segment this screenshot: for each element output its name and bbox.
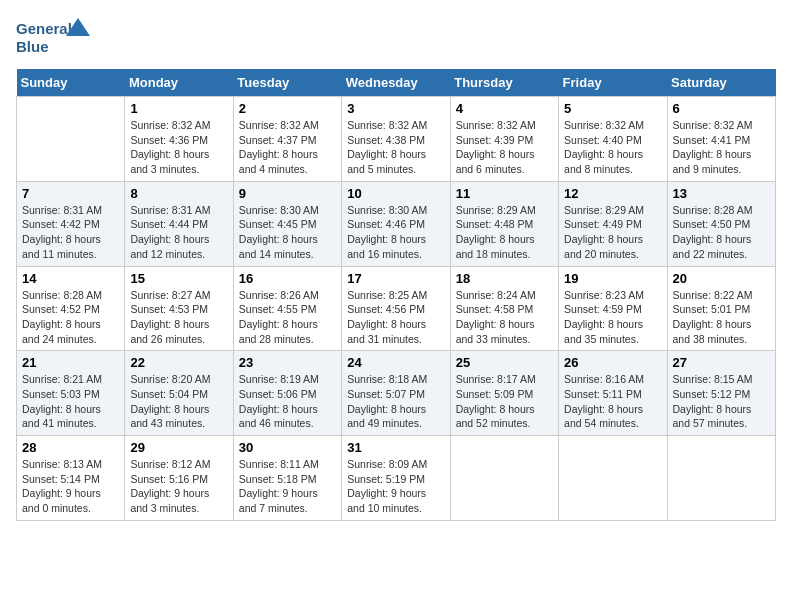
day-info: Sunrise: 8:18 AM Sunset: 5:07 PM Dayligh… [347, 372, 444, 431]
day-number: 25 [456, 355, 553, 370]
calendar-cell: 6Sunrise: 8:32 AM Sunset: 4:41 PM Daylig… [667, 97, 775, 182]
day-info: Sunrise: 8:30 AM Sunset: 4:45 PM Dayligh… [239, 203, 336, 262]
col-header-tuesday: Tuesday [233, 69, 341, 97]
day-info: Sunrise: 8:28 AM Sunset: 4:52 PM Dayligh… [22, 288, 119, 347]
day-info: Sunrise: 8:32 AM Sunset: 4:40 PM Dayligh… [564, 118, 661, 177]
calendar-cell: 7Sunrise: 8:31 AM Sunset: 4:42 PM Daylig… [17, 181, 125, 266]
day-number: 19 [564, 271, 661, 286]
day-number: 16 [239, 271, 336, 286]
calendar-week-3: 14Sunrise: 8:28 AM Sunset: 4:52 PM Dayli… [17, 266, 776, 351]
calendar-cell: 31Sunrise: 8:09 AM Sunset: 5:19 PM Dayli… [342, 436, 450, 521]
day-info: Sunrise: 8:27 AM Sunset: 4:53 PM Dayligh… [130, 288, 227, 347]
calendar-week-2: 7Sunrise: 8:31 AM Sunset: 4:42 PM Daylig… [17, 181, 776, 266]
calendar-cell: 24Sunrise: 8:18 AM Sunset: 5:07 PM Dayli… [342, 351, 450, 436]
calendar-cell: 10Sunrise: 8:30 AM Sunset: 4:46 PM Dayli… [342, 181, 450, 266]
day-info: Sunrise: 8:16 AM Sunset: 5:11 PM Dayligh… [564, 372, 661, 431]
day-number: 12 [564, 186, 661, 201]
calendar-cell: 4Sunrise: 8:32 AM Sunset: 4:39 PM Daylig… [450, 97, 558, 182]
day-number: 14 [22, 271, 119, 286]
calendar-cell: 5Sunrise: 8:32 AM Sunset: 4:40 PM Daylig… [559, 97, 667, 182]
calendar-week-4: 21Sunrise: 8:21 AM Sunset: 5:03 PM Dayli… [17, 351, 776, 436]
day-number: 24 [347, 355, 444, 370]
day-number: 11 [456, 186, 553, 201]
calendar-cell [450, 436, 558, 521]
logo: General Blue [16, 16, 96, 61]
calendar-cell [667, 436, 775, 521]
day-number: 1 [130, 101, 227, 116]
day-info: Sunrise: 8:30 AM Sunset: 4:46 PM Dayligh… [347, 203, 444, 262]
day-number: 23 [239, 355, 336, 370]
day-number: 20 [673, 271, 770, 286]
calendar-cell: 27Sunrise: 8:15 AM Sunset: 5:12 PM Dayli… [667, 351, 775, 436]
calendar-cell: 15Sunrise: 8:27 AM Sunset: 4:53 PM Dayli… [125, 266, 233, 351]
day-info: Sunrise: 8:32 AM Sunset: 4:39 PM Dayligh… [456, 118, 553, 177]
logo-svg: General Blue [16, 16, 96, 61]
day-info: Sunrise: 8:32 AM Sunset: 4:38 PM Dayligh… [347, 118, 444, 177]
calendar-cell: 19Sunrise: 8:23 AM Sunset: 4:59 PM Dayli… [559, 266, 667, 351]
calendar-cell: 16Sunrise: 8:26 AM Sunset: 4:55 PM Dayli… [233, 266, 341, 351]
day-number: 29 [130, 440, 227, 455]
calendar-cell: 30Sunrise: 8:11 AM Sunset: 5:18 PM Dayli… [233, 436, 341, 521]
day-number: 28 [22, 440, 119, 455]
day-info: Sunrise: 8:29 AM Sunset: 4:49 PM Dayligh… [564, 203, 661, 262]
calendar-cell: 26Sunrise: 8:16 AM Sunset: 5:11 PM Dayli… [559, 351, 667, 436]
day-number: 26 [564, 355, 661, 370]
day-number: 2 [239, 101, 336, 116]
day-info: Sunrise: 8:13 AM Sunset: 5:14 PM Dayligh… [22, 457, 119, 516]
calendar-cell: 18Sunrise: 8:24 AM Sunset: 4:58 PM Dayli… [450, 266, 558, 351]
day-info: Sunrise: 8:11 AM Sunset: 5:18 PM Dayligh… [239, 457, 336, 516]
day-number: 9 [239, 186, 336, 201]
calendar-cell: 23Sunrise: 8:19 AM Sunset: 5:06 PM Dayli… [233, 351, 341, 436]
calendar-cell: 21Sunrise: 8:21 AM Sunset: 5:03 PM Dayli… [17, 351, 125, 436]
day-info: Sunrise: 8:19 AM Sunset: 5:06 PM Dayligh… [239, 372, 336, 431]
day-number: 8 [130, 186, 227, 201]
col-header-saturday: Saturday [667, 69, 775, 97]
calendar-cell [559, 436, 667, 521]
day-number: 10 [347, 186, 444, 201]
day-info: Sunrise: 8:31 AM Sunset: 4:42 PM Dayligh… [22, 203, 119, 262]
day-number: 30 [239, 440, 336, 455]
calendar-table: SundayMondayTuesdayWednesdayThursdayFrid… [16, 69, 776, 521]
day-number: 13 [673, 186, 770, 201]
calendar-cell: 12Sunrise: 8:29 AM Sunset: 4:49 PM Dayli… [559, 181, 667, 266]
page-header: General Blue [16, 16, 776, 61]
day-info: Sunrise: 8:23 AM Sunset: 4:59 PM Dayligh… [564, 288, 661, 347]
day-info: Sunrise: 8:15 AM Sunset: 5:12 PM Dayligh… [673, 372, 770, 431]
col-header-monday: Monday [125, 69, 233, 97]
day-info: Sunrise: 8:32 AM Sunset: 4:36 PM Dayligh… [130, 118, 227, 177]
calendar-cell: 14Sunrise: 8:28 AM Sunset: 4:52 PM Dayli… [17, 266, 125, 351]
calendar-cell: 11Sunrise: 8:29 AM Sunset: 4:48 PM Dayli… [450, 181, 558, 266]
day-info: Sunrise: 8:25 AM Sunset: 4:56 PM Dayligh… [347, 288, 444, 347]
day-number: 7 [22, 186, 119, 201]
col-header-sunday: Sunday [17, 69, 125, 97]
day-info: Sunrise: 8:12 AM Sunset: 5:16 PM Dayligh… [130, 457, 227, 516]
calendar-cell: 1Sunrise: 8:32 AM Sunset: 4:36 PM Daylig… [125, 97, 233, 182]
col-header-friday: Friday [559, 69, 667, 97]
day-info: Sunrise: 8:22 AM Sunset: 5:01 PM Dayligh… [673, 288, 770, 347]
day-number: 4 [456, 101, 553, 116]
day-number: 31 [347, 440, 444, 455]
day-number: 21 [22, 355, 119, 370]
day-number: 5 [564, 101, 661, 116]
calendar-cell: 25Sunrise: 8:17 AM Sunset: 5:09 PM Dayli… [450, 351, 558, 436]
day-info: Sunrise: 8:24 AM Sunset: 4:58 PM Dayligh… [456, 288, 553, 347]
day-info: Sunrise: 8:17 AM Sunset: 5:09 PM Dayligh… [456, 372, 553, 431]
calendar-cell: 13Sunrise: 8:28 AM Sunset: 4:50 PM Dayli… [667, 181, 775, 266]
day-info: Sunrise: 8:09 AM Sunset: 5:19 PM Dayligh… [347, 457, 444, 516]
calendar-cell: 2Sunrise: 8:32 AM Sunset: 4:37 PM Daylig… [233, 97, 341, 182]
day-info: Sunrise: 8:20 AM Sunset: 5:04 PM Dayligh… [130, 372, 227, 431]
calendar-cell: 8Sunrise: 8:31 AM Sunset: 4:44 PM Daylig… [125, 181, 233, 266]
day-info: Sunrise: 8:21 AM Sunset: 5:03 PM Dayligh… [22, 372, 119, 431]
svg-text:General: General [16, 20, 72, 37]
day-number: 22 [130, 355, 227, 370]
day-info: Sunrise: 8:26 AM Sunset: 4:55 PM Dayligh… [239, 288, 336, 347]
calendar-header-row: SundayMondayTuesdayWednesdayThursdayFrid… [17, 69, 776, 97]
svg-text:Blue: Blue [16, 38, 49, 55]
day-info: Sunrise: 8:32 AM Sunset: 4:37 PM Dayligh… [239, 118, 336, 177]
calendar-cell: 17Sunrise: 8:25 AM Sunset: 4:56 PM Dayli… [342, 266, 450, 351]
day-number: 6 [673, 101, 770, 116]
day-number: 15 [130, 271, 227, 286]
calendar-cell [17, 97, 125, 182]
calendar-cell: 3Sunrise: 8:32 AM Sunset: 4:38 PM Daylig… [342, 97, 450, 182]
day-number: 17 [347, 271, 444, 286]
